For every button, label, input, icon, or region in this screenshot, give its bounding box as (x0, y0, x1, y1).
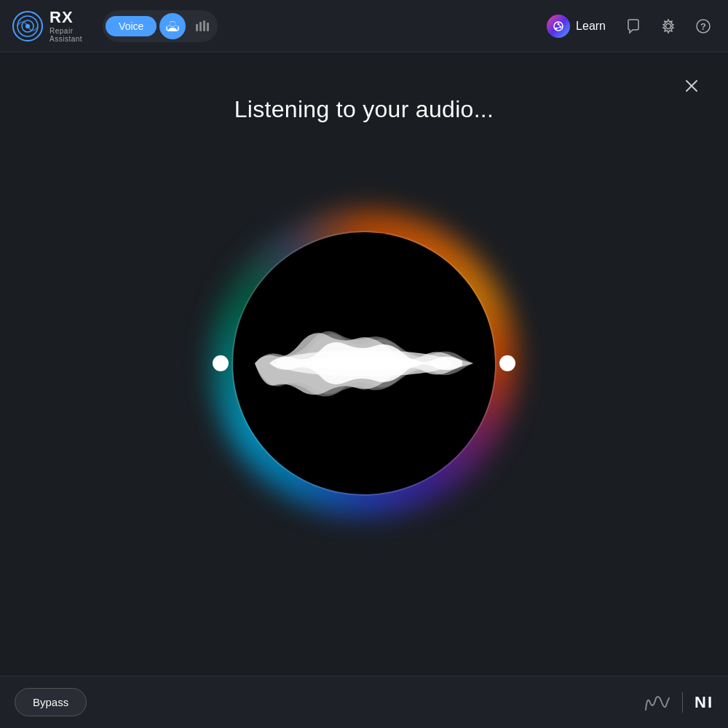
visualizer-area (197, 196, 531, 531)
chat-icon-button[interactable] (620, 13, 646, 39)
logo-sub-line1: Repair (50, 27, 82, 35)
ni-logo-text: NI (695, 693, 713, 712)
instrument-icon (194, 18, 210, 34)
waveform-svg (255, 312, 473, 414)
ni-squiggle-icon (644, 692, 670, 713)
learn-area[interactable]: Learn (547, 15, 606, 38)
voice-mode-button[interactable]: Voice (106, 16, 157, 36)
svg-rect-9 (207, 23, 209, 31)
logo-rx: RX (50, 9, 82, 26)
listening-title: Listening to your audio... (234, 96, 494, 123)
svg-text:?: ? (700, 21, 706, 32)
left-handle-dot[interactable] (213, 355, 229, 371)
logo-text: RX Repair Assistant (50, 9, 82, 42)
svg-point-16 (666, 23, 671, 28)
logo-area: RX Repair Assistant (12, 9, 82, 42)
learn-inner-icon (553, 20, 564, 32)
svg-rect-8 (203, 20, 205, 31)
close-icon (684, 79, 699, 93)
logo-sub-line2: Assistant (50, 35, 82, 43)
settings-icon-button[interactable] (655, 13, 681, 39)
voice-head-icon (165, 19, 180, 33)
help-icon: ? (695, 18, 711, 34)
help-icon-button[interactable]: ? (690, 13, 716, 39)
instrument-icon-button[interactable] (189, 13, 215, 39)
footer-divider (682, 692, 683, 713)
close-button[interactable] (678, 73, 705, 99)
bypass-button[interactable]: Bypass (15, 688, 87, 716)
app-header: RX Repair Assistant Voice (0, 0, 728, 52)
learn-label: Learn (576, 20, 606, 33)
svg-line-14 (558, 24, 561, 27)
rx-logo-icon (12, 10, 44, 42)
svg-point-23 (328, 359, 400, 368)
gear-icon (660, 18, 676, 34)
inner-circle (233, 232, 495, 494)
main-content: Listening to your audio... (0, 52, 728, 728)
svg-rect-7 (199, 22, 202, 31)
svg-rect-6 (196, 24, 198, 31)
app-footer: Bypass NI (0, 676, 728, 728)
voice-icon-button[interactable] (159, 13, 186, 39)
right-handle-dot[interactable] (499, 355, 515, 371)
chat-icon (625, 18, 641, 34)
learn-icon (547, 15, 570, 38)
footer-right: NI (644, 692, 713, 713)
mode-toggle: Voice (103, 10, 218, 42)
